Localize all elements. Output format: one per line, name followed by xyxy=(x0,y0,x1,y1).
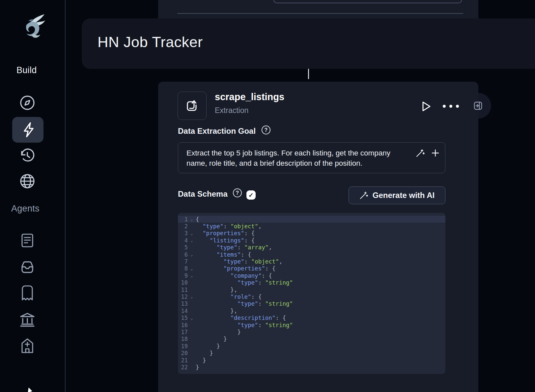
hospital-building-icon[interactable] xyxy=(19,337,35,354)
code-text: "description": { xyxy=(196,315,445,321)
code-text: "properties": { xyxy=(196,230,445,237)
node-type-label: Extraction xyxy=(215,106,248,115)
dragon-logo[interactable] xyxy=(16,13,46,45)
fold-chevron-icon[interactable]: ⌄ xyxy=(188,252,196,257)
code-text: "type": "object", xyxy=(196,223,445,230)
line-number: 16 xyxy=(178,322,188,328)
code-line-12[interactable]: 12⌄ "role": { xyxy=(178,293,445,300)
fold-chevron-icon[interactable]: ⌄ xyxy=(188,217,196,222)
code-line-19[interactable]: 19 } xyxy=(178,343,445,350)
line-number: 14 xyxy=(178,308,188,314)
schema-code-editor[interactable]: 1⌄{2 "type": "object",3⌄ "properties": {… xyxy=(178,213,445,374)
code-line-21[interactable]: 21 } xyxy=(178,357,445,364)
history-icon[interactable] xyxy=(19,147,36,164)
goal-textarea[interactable]: Extract the top 5 job listings. For each… xyxy=(178,142,445,173)
node-card-scrape-listings: scrape_listings Extraction Data Extracti… xyxy=(158,82,478,392)
line-number: 18 xyxy=(178,336,188,342)
code-text: } xyxy=(196,357,445,364)
code-line-3[interactable]: 3⌄ "properties": { xyxy=(178,230,445,237)
code-line-9[interactable]: 9⌄ "company": { xyxy=(178,272,445,279)
line-number: 9 xyxy=(178,272,188,279)
code-line-6[interactable]: 6⌄ "items": { xyxy=(178,251,445,258)
line-number: 8 xyxy=(178,265,188,272)
code-text: "role": { xyxy=(196,294,445,300)
previous-node-card-partial xyxy=(158,0,478,18)
schema-label: Data Schema xyxy=(178,189,228,199)
schema-enabled-checkbox[interactable]: ✓ xyxy=(246,190,256,200)
code-line-10[interactable]: 10 "type": "string" xyxy=(178,279,445,286)
node-title[interactable]: scrape_listings xyxy=(215,92,284,102)
bank-icon[interactable] xyxy=(19,311,36,328)
code-text: "properties": { xyxy=(196,265,445,272)
inbox-icon[interactable] xyxy=(19,259,36,276)
line-number: 20 xyxy=(178,350,188,356)
ellipsis-icon xyxy=(443,105,446,108)
code-text: "type": "string" xyxy=(196,322,445,328)
node-type-iconbox[interactable] xyxy=(178,92,207,120)
generate-with-ai-label: Generate with AI xyxy=(373,191,435,200)
code-text: } xyxy=(196,336,445,342)
code-text: "type": "object", xyxy=(196,258,445,265)
code-line-11[interactable]: 11 }, xyxy=(178,286,445,293)
code-line-8[interactable]: 8⌄ "properties": { xyxy=(178,265,445,272)
node-menu-button[interactable] xyxy=(443,105,459,108)
code-line-22[interactable]: 22} xyxy=(178,364,445,371)
run-node-button[interactable] xyxy=(420,100,432,113)
share-box-icon xyxy=(184,98,200,113)
fold-chevron-icon[interactable]: ⌄ xyxy=(188,238,196,243)
globe-icon[interactable] xyxy=(19,173,36,190)
code-text: "type": "string" xyxy=(196,279,445,286)
line-number: 11 xyxy=(178,287,188,293)
code-line-16[interactable]: 16 "type": "string" xyxy=(178,322,445,328)
code-line-17[interactable]: 17 } xyxy=(178,328,445,335)
code-line-2[interactable]: 2 "type": "object", xyxy=(178,223,445,230)
line-number: 12 xyxy=(178,294,188,300)
line-number: 5 xyxy=(178,244,188,251)
previous-node-divider xyxy=(177,13,463,14)
code-line-15[interactable]: 15⌄ "description": { xyxy=(178,314,445,321)
fold-chevron-icon[interactable]: ⌄ xyxy=(188,316,196,321)
code-line-20[interactable]: 20 } xyxy=(178,350,445,356)
open-output-panel-icon[interactable] xyxy=(473,101,483,111)
line-number: 3 xyxy=(178,230,188,237)
code-line-18[interactable]: 18 } xyxy=(178,336,445,343)
fold-chevron-icon[interactable]: ⌄ xyxy=(188,266,196,271)
plus-icon[interactable] xyxy=(431,149,440,157)
documents-icon[interactable] xyxy=(19,233,35,248)
line-number: 21 xyxy=(178,357,188,364)
play-icon xyxy=(420,100,432,113)
line-number: 6 xyxy=(178,251,188,258)
fold-chevron-icon[interactable]: ⌄ xyxy=(188,294,196,299)
line-number: 10 xyxy=(178,279,188,286)
mouse-cursor xyxy=(26,387,32,392)
line-number: 7 xyxy=(178,258,188,265)
code-line-1[interactable]: 1⌄{ xyxy=(178,216,445,223)
line-number: 4 xyxy=(178,237,188,244)
code-line-7[interactable]: 7 "type": "object", xyxy=(178,258,445,265)
fold-chevron-icon[interactable]: ⌄ xyxy=(188,273,196,278)
goal-label: Data Extraction Goal xyxy=(178,126,256,136)
workflow-title[interactable]: HN Job Tracker xyxy=(98,34,203,51)
code-line-13[interactable]: 13 "type": "string" xyxy=(178,300,445,307)
line-number: 1 xyxy=(178,216,188,223)
code-text: } xyxy=(196,343,445,350)
lightning-bolt-icon[interactable] xyxy=(20,121,38,138)
magic-wand-icon[interactable] xyxy=(416,149,425,157)
sidebar-section-agents: Agents xyxy=(11,204,40,214)
goal-help-icon[interactable]: ? xyxy=(262,126,270,134)
compass-icon[interactable] xyxy=(19,94,36,111)
generate-with-ai-button[interactable]: Generate with AI xyxy=(349,186,445,204)
code-text: "listings": { xyxy=(196,237,445,244)
code-line-14[interactable]: 14 }, xyxy=(178,307,445,314)
code-line-5[interactable]: 5 "type": "array", xyxy=(178,244,445,251)
line-number: 15 xyxy=(178,315,188,321)
schema-help-icon[interactable]: ? xyxy=(233,188,242,197)
previous-node-input-partial[interactable] xyxy=(273,0,462,3)
code-text: }, xyxy=(196,308,445,314)
goal-text[interactable]: Extract the top 5 job listings. For each… xyxy=(186,148,403,168)
code-text: "type": "string" xyxy=(196,300,445,307)
code-line-4[interactable]: 4⌄ "listings": { xyxy=(178,237,445,244)
app-root: Build Age xyxy=(0,0,535,392)
fold-chevron-icon[interactable]: ⌄ xyxy=(188,231,196,236)
receipt-icon[interactable] xyxy=(20,285,35,302)
